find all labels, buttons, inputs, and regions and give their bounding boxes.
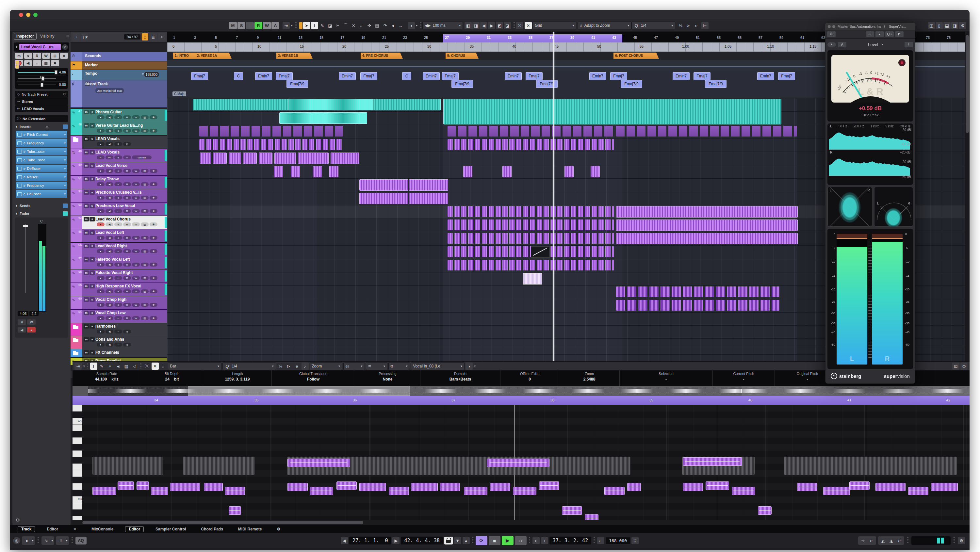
- variaudio-note-segment[interactable]: [683, 457, 742, 466]
- record-button[interactable]: ●: [97, 262, 105, 267]
- audio-clip[interactable]: [463, 166, 473, 177]
- punch-lock-button[interactable]: [444, 537, 453, 544]
- audio-clip[interactable]: [373, 99, 441, 110]
- vertical-scrollbar-thumb[interactable]: [966, 35, 969, 133]
- global-track-ruler[interactable]: ⏱Seconds: [70, 52, 167, 61]
- supervision-plugin-window[interactable]: Master Bus Automation: Ins. 7 - SuperVis…: [825, 23, 915, 385]
- editor-color-menu-icon[interactable]: ◑: [466, 363, 473, 370]
- piano-white-key[interactable]: [73, 470, 82, 477]
- goto-left-locator-icon[interactable]: ◀: [341, 537, 348, 544]
- use-monitored-tracks-button[interactable]: Use Monitored Trac: [95, 88, 124, 93]
- editor-overview-strip[interactable]: [73, 386, 970, 396]
- edit-icon[interactable]: e: [115, 249, 122, 253]
- freeze-icon[interactable]: ❋: [150, 236, 158, 240]
- audio-clip[interactable]: [199, 126, 343, 137]
- variaudio-note-segment[interactable]: [411, 483, 438, 491]
- combine-selection-tools-icon[interactable]: [299, 22, 302, 29]
- write-automation-button[interactable]: W: [27, 320, 36, 325]
- punch-out-icon[interactable]: ▲: [463, 537, 470, 544]
- audio-record-mode-icon[interactable]: ∿: [43, 537, 50, 544]
- insert-edit-icon[interactable]: e: [24, 158, 25, 162]
- solo-button[interactable]: s: [89, 284, 95, 288]
- solo-button[interactable]: s: [89, 311, 95, 315]
- solo-button[interactable]: s: [89, 177, 95, 181]
- variaudio-note-segment[interactable]: [732, 487, 755, 495]
- solo-button[interactable]: s: [24, 53, 32, 59]
- edit-icon[interactable]: e: [115, 236, 122, 240]
- variaudio-note-segment[interactable]: [487, 458, 549, 467]
- solo-button[interactable]: s: [89, 163, 95, 168]
- audio-clip[interactable]: [288, 99, 373, 110]
- fader-pan-value[interactable]: C: [40, 220, 43, 223]
- editor-draw-tool-icon[interactable]: ✎: [98, 363, 105, 370]
- editor-open-in-window-icon[interactable]: ⊡: [952, 363, 959, 370]
- variaudio-note-segment[interactable]: [490, 483, 510, 491]
- track-row-53[interactable]: ∿53msPrechorus Low Vocal●◀eRW▥❋: [70, 202, 167, 216]
- edit-icon[interactable]: e: [115, 156, 122, 159]
- piano-black-key[interactable]: [73, 509, 82, 516]
- lanes-icon[interactable]: ▥: [141, 249, 149, 253]
- grid-type-dropdown[interactable]: # Adapt to Zoom▾: [578, 22, 632, 29]
- solo-button[interactable]: s: [89, 137, 95, 141]
- chord-event[interactable]: Emin7: [673, 72, 690, 80]
- piano-black-key[interactable]: [73, 431, 82, 437]
- write-button[interactable]: W: [132, 209, 140, 213]
- audio-clip[interactable]: [291, 166, 300, 177]
- lanes-icon[interactable]: ▥: [141, 129, 149, 133]
- piano-white-key[interactable]: [73, 503, 82, 509]
- track-list-icon[interactable]: ≣: [150, 33, 157, 40]
- info-field-selection[interactable]: Selection-: [620, 371, 713, 386]
- phase-icon[interactable]: ≋: [123, 343, 131, 347]
- range-selection-tool-icon[interactable]: Ⅰ: [311, 22, 318, 29]
- lanes-icon[interactable]: ▥: [141, 196, 149, 200]
- global-track-chord[interactable]: ♯Chord TrackmUse Monitored Trac: [70, 80, 167, 108]
- freeze-icon[interactable]: ❋: [150, 249, 158, 253]
- write-button[interactable]: W: [132, 182, 140, 186]
- solo-button[interactable]: s: [89, 123, 95, 128]
- inserts-section-header[interactable]: ▼Inserts ◇: [15, 124, 68, 130]
- freeze-button[interactable]: ❋: [51, 60, 59, 66]
- nudge-left-icon[interactable]: ◀: [480, 22, 487, 29]
- read-automation-button[interactable]: R: [18, 320, 26, 325]
- audio-clip[interactable]: [360, 179, 408, 191]
- insert-slot-5[interactable]: eDeEsser▾: [16, 165, 67, 172]
- setup-toolbar-icon[interactable]: ⚙: [959, 22, 966, 29]
- record-button[interactable]: ●: [97, 129, 105, 133]
- zone-tab-editor[interactable]: Editor: [125, 526, 144, 532]
- variaudio-note-segment[interactable]: [137, 482, 149, 490]
- mute-button[interactable]: m: [84, 337, 89, 342]
- find-track-icon[interactable]: ⌕: [158, 33, 165, 40]
- chord-event[interactable]: Fmaj7: [778, 72, 795, 80]
- insert-slot-8[interactable]: eDeEsser▾: [16, 190, 67, 198]
- variaudio-note-segment[interactable]: [389, 487, 409, 495]
- piano-white-key[interactable]: [73, 437, 82, 444]
- group-edit-icon[interactable]: ≡: [115, 343, 122, 347]
- musical-mode-button[interactable]: ♩: [15, 60, 19, 68]
- variaudio-note-segment[interactable]: [875, 483, 905, 491]
- plugin-bypass-icon[interactable]: ⏻: [827, 31, 835, 37]
- write-button[interactable]: W: [132, 290, 140, 293]
- track-row-54[interactable]: ∿54msLead Vocal Chorus●◀eRW▥❋: [70, 216, 167, 229]
- editor-crossfade-icon[interactable]: ⤬: [143, 363, 151, 370]
- inserts-bypass-icon[interactable]: [63, 124, 68, 129]
- read-button[interactable]: R: [123, 276, 131, 280]
- audio-clip[interactable]: [259, 153, 272, 164]
- lanes-icon[interactable]: ▥: [141, 316, 149, 320]
- edit-icon[interactable]: e: [115, 129, 122, 133]
- freeze-icon[interactable]: ❋: [150, 129, 158, 133]
- group-edit-icon[interactable]: ≡: [115, 329, 122, 334]
- output-routing-row[interactable]: ⇤LEAD Vocals: [15, 105, 68, 112]
- freeze-icon[interactable]: ❋: [150, 223, 158, 226]
- lanes-icon[interactable]: ▥: [141, 115, 149, 119]
- audio-clip[interactable]: [616, 286, 780, 297]
- track-row-59[interactable]: ∿59msHigh Response FX Vocal●◀eRW▥❋: [70, 283, 167, 296]
- nudge-start-left-icon[interactable]: ◧: [465, 22, 472, 29]
- insert-slot-3[interactable]: eTube...ssor▾: [16, 148, 67, 156]
- insert-select-caret-icon[interactable]: ▾: [64, 175, 66, 179]
- vertical-scrollbar[interactable]: [965, 32, 970, 371]
- tab-editor[interactable]: Editor: [43, 527, 61, 532]
- mute-button[interactable]: m: [84, 137, 89, 141]
- global-track-marker[interactable]: ⚑Marker: [70, 61, 167, 70]
- track-row-60[interactable]: ∿60msVocal Chop High●◀eRW▥❋: [70, 296, 167, 310]
- piano-white-key[interactable]: [73, 451, 82, 457]
